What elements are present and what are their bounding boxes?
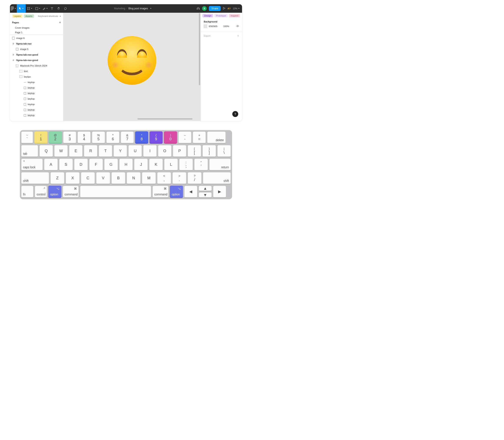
key-b[interactable]: B (111, 172, 125, 184)
key-z[interactable]: Z (50, 172, 64, 184)
key-[interactable]: {[ (188, 145, 201, 157)
key-4[interactable]: $4 (78, 131, 91, 144)
key-8[interactable]: *8 (135, 131, 148, 144)
key-arrow-down[interactable]: ▼ (199, 192, 212, 198)
key-[interactable] (80, 186, 151, 198)
layer-item[interactable]: text (10, 69, 63, 74)
key-q[interactable]: Q (40, 145, 53, 157)
key-p[interactable]: P (173, 145, 186, 157)
figma-menu-button[interactable] (10, 4, 17, 13)
page-item[interactable]: Page 1 (10, 30, 63, 35)
layer-item[interactable]: figma-tab-nav-good (10, 52, 63, 57)
key-n[interactable]: N (127, 172, 141, 184)
key-arrow-left[interactable]: ◀ (184, 186, 197, 198)
key-f[interactable]: F (89, 159, 103, 171)
key-[interactable]: :; (179, 159, 193, 171)
missing-fonts-icon[interactable]: A? (227, 7, 231, 10)
key-u[interactable]: U (128, 145, 142, 157)
pen-tool-button[interactable] (42, 4, 49, 13)
key-0[interactable]: )0 (164, 131, 177, 144)
key-[interactable]: += (193, 131, 206, 144)
key-return[interactable]: return (209, 159, 231, 171)
key-o[interactable]: O (158, 145, 172, 157)
layer-item[interactable]: keytop (10, 112, 63, 118)
chevron-down-icon[interactable] (150, 8, 151, 9)
frame-tool-button[interactable] (26, 4, 34, 13)
key-delete[interactable]: delete (207, 131, 226, 144)
key-option[interactable]: ⌥option (48, 186, 61, 198)
scrollbar-horizontal[interactable] (137, 118, 192, 120)
key-[interactable]: ?/ (188, 172, 202, 184)
layer-item[interactable]: keytop (10, 91, 63, 96)
layer-item[interactable]: keytop (10, 80, 63, 85)
layer-item[interactable]: keytop (10, 96, 63, 101)
key-arrow-right[interactable]: ▶ (213, 186, 226, 198)
layer-item[interactable]: image 6 (10, 35, 63, 41)
tab-prototype[interactable]: Prototype (214, 14, 228, 17)
key-g[interactable]: G (104, 159, 118, 171)
tab-layers[interactable]: Layers (12, 14, 22, 18)
hand-tool-button[interactable] (55, 4, 62, 13)
key-r[interactable]: R (84, 145, 97, 157)
key-x[interactable]: X (66, 172, 80, 184)
tab-inspect[interactable]: Inspect (229, 14, 240, 17)
key-[interactable]: ~` (21, 131, 33, 144)
key-fn[interactable]: fn (21, 186, 33, 198)
layer-item[interactable]: keytop (10, 85, 63, 91)
key-c[interactable]: C (81, 172, 95, 184)
share-button[interactable]: Share (209, 6, 221, 11)
key-j[interactable]: J (134, 159, 148, 171)
key-9[interactable]: (9 (149, 131, 163, 144)
key-[interactable]: >. (172, 172, 186, 184)
layer-item[interactable]: figma-tab-nav (10, 41, 63, 46)
key-l[interactable]: L (164, 159, 178, 171)
layer-item[interactable]: Macbook Pro 16inch 2024 (10, 63, 63, 69)
tab-design[interactable]: Design (202, 14, 213, 17)
page-item[interactable]: Cover images (10, 26, 63, 30)
key-[interactable]: |\ (217, 145, 231, 157)
key-tab[interactable]: tab (21, 145, 38, 157)
key-e[interactable]: E (69, 145, 83, 157)
key-arrow-up[interactable]: ▲ (199, 186, 212, 191)
comment-tool-button[interactable] (62, 4, 69, 13)
layer-item[interactable]: figma-tab-nav-good (10, 57, 63, 63)
background-opacity[interactable]: 100% (223, 25, 229, 28)
key-control[interactable]: ^control (35, 186, 47, 198)
key-command[interactable]: ⌘command (63, 186, 79, 198)
shape-tool-button[interactable] (34, 4, 42, 13)
key-[interactable]: –- (178, 131, 191, 144)
layer-item[interactable]: keytpo (10, 74, 63, 80)
key-7[interactable]: &7 (121, 131, 134, 144)
key-v[interactable]: V (96, 172, 110, 184)
breadcrumb-project[interactable]: Marketing (114, 7, 125, 10)
key-1[interactable]: !1 (34, 131, 47, 144)
key-2[interactable]: @2 (49, 131, 62, 144)
key-[interactable]: }] (202, 145, 216, 157)
layer-item[interactable]: keytop (10, 101, 63, 107)
key-capslock[interactable]: caps lock (21, 159, 43, 171)
breadcrumb-document[interactable]: Blog post images (129, 7, 148, 10)
keyboard-shortcuts-link[interactable]: Keyboard shortcuts (38, 15, 61, 17)
tab-assets[interactable]: Assets (24, 14, 34, 18)
background-hex[interactable]: E5E5E5 (209, 25, 222, 28)
key-[interactable]: "' (194, 159, 208, 171)
move-tool-button[interactable] (17, 4, 26, 13)
key-command[interactable]: ⌘command (152, 186, 169, 198)
text-tool-button[interactable] (49, 4, 55, 13)
add-export-button[interactable]: + (237, 34, 239, 38)
key-shift[interactable]: shift (21, 172, 49, 184)
key-5[interactable]: %5 (92, 131, 105, 144)
key-s[interactable]: S (59, 159, 73, 171)
audio-button[interactable] (197, 7, 200, 10)
add-page-button[interactable]: + (59, 21, 61, 24)
export-section[interactable]: Export + (201, 32, 242, 40)
layer-item[interactable]: keytop (10, 107, 63, 112)
canvas[interactable] (63, 13, 200, 121)
key-a[interactable]: A (44, 159, 58, 171)
key-k[interactable]: K (149, 159, 163, 171)
key-d[interactable]: D (74, 159, 88, 171)
key-w[interactable]: W (54, 145, 68, 157)
color-swatch[interactable] (204, 25, 207, 28)
key-m[interactable]: M (142, 172, 156, 184)
help-button[interactable]: ? (232, 111, 238, 117)
